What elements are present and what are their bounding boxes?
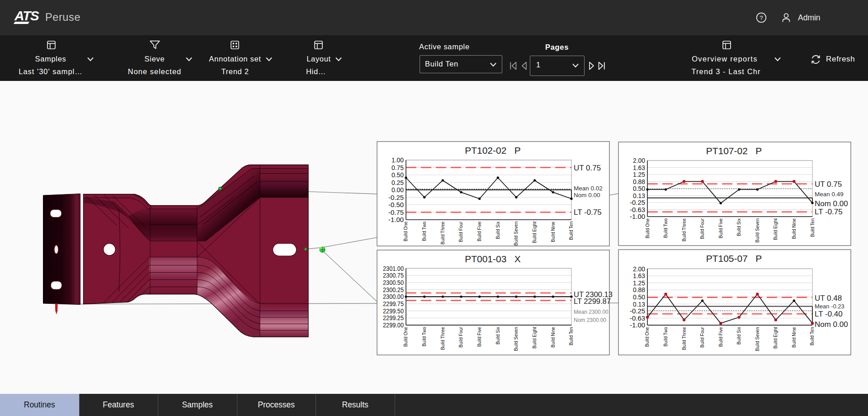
svg-text:2.00: 2.00	[633, 156, 645, 164]
svg-text:Build Six: Build Six	[736, 218, 741, 236]
svg-text:-0.63: -0.63	[630, 314, 645, 322]
svg-text:2299.75: 2299.75	[383, 300, 404, 307]
svg-text:?: ?	[760, 14, 763, 21]
svg-text:Build One: Build One	[645, 218, 650, 238]
svg-text:Build Two: Build Two	[422, 221, 427, 241]
svg-text:PT107-02 P: PT107-02 P	[706, 146, 762, 156]
svg-text:2300.25: 2300.25	[383, 286, 404, 293]
svg-text:Mean 2300.00: Mean 2300.00	[574, 309, 609, 315]
svg-text:Build Four: Build Four	[700, 218, 705, 239]
svg-text:Build Eight: Build Eight	[773, 218, 778, 240]
svg-text:Build Three: Build Three	[440, 221, 445, 244]
svg-text:UT 0.75: UT 0.75	[574, 164, 601, 172]
svg-text:Build Five: Build Five	[718, 218, 723, 238]
svg-text:Build Six: Build Six	[736, 327, 741, 345]
svg-text:0.13: 0.13	[633, 300, 645, 308]
svg-text:PT102-02 P: PT102-02 P	[465, 145, 521, 156]
svg-text:Build Five: Build Five	[477, 221, 482, 241]
svg-text:Build Seven: Build Seven	[755, 218, 760, 242]
svg-text:-0.25: -0.25	[630, 199, 645, 206]
svg-text:Build Nine: Build Nine	[792, 327, 797, 348]
svg-text:Build Nine: Build Nine	[792, 218, 797, 239]
svg-text:2299.25: 2299.25	[383, 314, 404, 321]
svg-text:Build One: Build One	[645, 327, 650, 347]
svg-text:2300.75: 2300.75	[383, 271, 404, 279]
svg-text:Build Eight: Build Eight	[532, 222, 537, 243]
svg-text:Build Ten: Build Ten	[810, 327, 815, 345]
svg-text:Mean 0.49: Mean 0.49	[815, 191, 844, 198]
svg-text:Build Ten: Build Ten	[569, 327, 574, 345]
svg-text:2301.00: 2301.00	[383, 265, 404, 272]
svg-text:1.00: 1.00	[392, 156, 404, 164]
svg-text:-0.25: -0.25	[630, 307, 645, 315]
svg-text:0.88: 0.88	[633, 286, 645, 293]
svg-text:Build Seven: Build Seven	[514, 222, 519, 246]
svg-text:Build Ten: Build Ten	[569, 222, 574, 240]
svg-text:Build Two: Build Two	[663, 327, 668, 347]
svg-text:1.25: 1.25	[633, 170, 645, 178]
svg-text:Build One: Build One	[404, 326, 409, 346]
svg-text:UT 0.48: UT 0.48	[815, 294, 842, 303]
svg-text:Nom 2300.00: Nom 2300.00	[574, 317, 606, 323]
svg-text:Build Four: Build Four	[700, 326, 705, 347]
svg-text:LT -0.40: LT -0.40	[815, 310, 843, 318]
svg-text:Build Eight: Build Eight	[532, 327, 537, 349]
svg-text:2300.50: 2300.50	[383, 279, 404, 286]
svg-text:Build Five: Build Five	[718, 327, 723, 347]
svg-text:-0.25: -0.25	[388, 194, 404, 201]
svg-text:Build Three: Build Three	[682, 218, 687, 241]
svg-text:0.75: 0.75	[392, 164, 404, 171]
svg-text:2.00: 2.00	[633, 265, 645, 273]
svg-text:1.25: 1.25	[633, 279, 645, 287]
svg-text:Build Nine: Build Nine	[551, 221, 556, 242]
svg-text:0.50: 0.50	[633, 293, 645, 301]
svg-text:Build Seven: Build Seven	[755, 327, 760, 351]
svg-text:Nom 0.00: Nom 0.00	[815, 199, 848, 208]
svg-text:-0.63: -0.63	[630, 206, 645, 213]
svg-text:2299.50: 2299.50	[383, 307, 404, 315]
svg-text:Build Three: Build Three	[682, 327, 687, 350]
svg-text:Build Four: Build Four	[459, 221, 464, 242]
svg-text:Build Four: Build Four	[459, 326, 464, 347]
svg-text:Build Two: Build Two	[663, 218, 668, 238]
svg-text:LT 2299.87: LT 2299.87	[574, 297, 611, 305]
svg-text:-0.50: -0.50	[388, 201, 404, 208]
svg-text:0.50: 0.50	[392, 171, 404, 179]
svg-text:LT -0.75: LT -0.75	[574, 208, 602, 217]
svg-text:-1.00: -1.00	[388, 216, 404, 223]
svg-text:Build Six: Build Six	[495, 327, 500, 345]
svg-text:ATS: ATS	[14, 9, 39, 23]
svg-text:Build One: Build One	[404, 221, 409, 241]
svg-text:Nom 0.00: Nom 0.00	[815, 320, 848, 329]
svg-text:LT -0.75: LT -0.75	[815, 208, 843, 216]
svg-text:Build Seven: Build Seven	[514, 327, 519, 351]
svg-text:1.63: 1.63	[633, 164, 645, 171]
svg-text:0.13: 0.13	[633, 192, 645, 199]
svg-text:2300.00: 2300.00	[383, 293, 404, 300]
svg-text:0.88: 0.88	[633, 178, 645, 185]
svg-text:Build Five: Build Five	[477, 326, 482, 346]
svg-text:0.25: 0.25	[392, 179, 404, 186]
svg-text:PT001-03 X: PT001-03 X	[465, 254, 521, 264]
svg-text:Build Six: Build Six	[495, 222, 500, 239]
svg-text:2299.00: 2299.00	[383, 321, 404, 329]
svg-text:UT 0.75: UT 0.75	[815, 180, 842, 189]
svg-text:Build Eight: Build Eight	[773, 327, 778, 349]
svg-text:PT105-07 P: PT105-07 P	[706, 253, 762, 264]
svg-text:Build Ten: Build Ten	[810, 218, 815, 237]
svg-text:0.00: 0.00	[392, 186, 404, 194]
svg-text:Build Three: Build Three	[440, 326, 445, 350]
svg-text:-1.00: -1.00	[630, 213, 645, 220]
svg-text:Build Two: Build Two	[422, 326, 427, 346]
svg-text:0.50: 0.50	[633, 184, 645, 192]
svg-text:Mean -0.23: Mean -0.23	[815, 303, 844, 310]
svg-text:-0.75: -0.75	[388, 208, 404, 216]
svg-text:-1.00: -1.00	[630, 321, 645, 329]
svg-text:Mean 0.02: Mean 0.02	[574, 185, 603, 192]
svg-text:Build Nine: Build Nine	[551, 326, 556, 347]
svg-text:1.63: 1.63	[633, 272, 645, 279]
svg-text:Nom 0.00: Nom 0.00	[574, 192, 600, 199]
